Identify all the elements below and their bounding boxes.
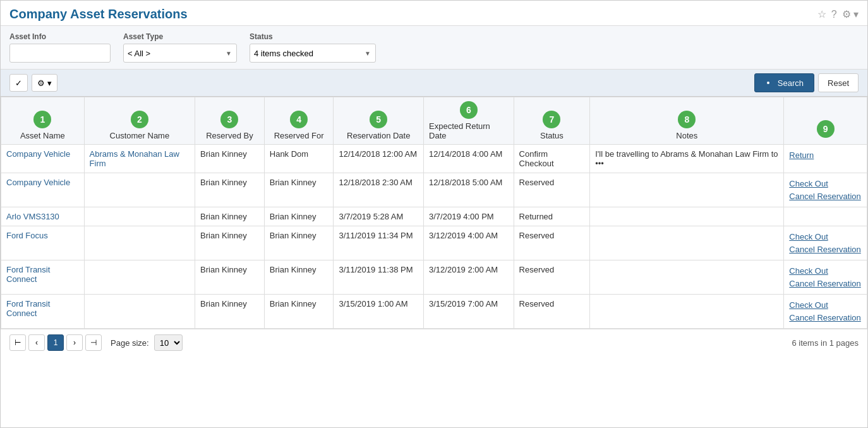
prev-page-button[interactable]: ‹: [28, 334, 45, 351]
pagination-left: ⊢ ‹ 1 › ⊣ Page size: 10 25 50: [9, 334, 183, 351]
col-header-4: 4 Reserved For: [264, 97, 334, 145]
table-row: Ford Transit ConnectBrian KinneyBrian Ki…: [1, 260, 867, 295]
asset-type-field: Asset Type < All >: [123, 32, 237, 63]
status-select-wrapper: 4 items checked: [250, 44, 376, 63]
expected-return-cell: 3/15/2019 7:00 AM: [424, 295, 514, 329]
reserved-by-cell: Brian Kinney: [195, 173, 265, 207]
customer-name-cell: [84, 226, 195, 260]
reserved-for-cell: Brian Kinney: [264, 173, 334, 207]
status-field: Status 4 items checked: [250, 32, 376, 63]
status-select[interactable]: 4 items checked: [250, 44, 376, 63]
star-icon[interactable]: ☆: [817, 8, 826, 20]
customer-name-cell: [84, 173, 195, 207]
reservations-table: 1 Asset Name 2 Customer Name 3 Res: [1, 97, 867, 329]
asset-type-select[interactable]: < All >: [123, 44, 237, 63]
col-num-3: 3: [220, 111, 238, 128]
page-size-select[interactable]: 10 25 50: [154, 334, 183, 351]
status-cell: Returned: [514, 207, 590, 226]
status-cell: Reserved: [514, 226, 590, 260]
toolbar-row: ✓ ⚙ ▾ Search Reset: [1, 70, 867, 97]
asset-info-input[interactable]: [9, 44, 111, 63]
reserved-for-cell: Hank Dom: [264, 145, 334, 173]
col-num-4: 4: [290, 111, 308, 128]
asset-name-cell[interactable]: Company Vehicle: [1, 173, 85, 207]
col-label-4: Reserved For: [274, 131, 324, 140]
return-link[interactable]: Return: [789, 149, 862, 162]
reserved-for-cell: Brian Kinney: [264, 226, 334, 260]
filter-row: Asset Info Asset Type < All > Status 4 i…: [9, 32, 859, 63]
col-header-6: 6 Expected Return Date: [424, 97, 514, 145]
page-1-button[interactable]: 1: [47, 334, 64, 351]
table-row: Ford Transit ConnectBrian KinneyBrian Ki…: [1, 295, 867, 329]
cancel-reservation-link[interactable]: Cancel Reservation: [789, 243, 862, 256]
notes-cell: I'll be travelling to Abrams & Monahan L…: [590, 145, 784, 173]
first-page-button[interactable]: ⊢: [9, 334, 26, 351]
check-out-link[interactable]: Check Out: [789, 265, 862, 278]
reservation-date-cell: 3/11/2019 11:38 PM: [334, 260, 424, 295]
page-header: Company Asset Reservations ☆ ? ⚙ ▾: [1, 1, 867, 26]
check-all-button[interactable]: ✓: [9, 74, 28, 92]
notes-cell: [590, 207, 784, 226]
status-cell: Reserved: [514, 260, 590, 295]
cancel-reservation-link[interactable]: Cancel Reservation: [789, 312, 862, 324]
customer-name-cell[interactable]: Abrams & Monahan Law Firm: [84, 145, 195, 173]
page-size-label: Page size:: [111, 338, 149, 348]
col-label-3: Reserved By: [206, 131, 253, 140]
expected-return-cell: 12/18/2018 5:00 AM: [424, 173, 514, 207]
check-out-link[interactable]: Check Out: [789, 178, 862, 190]
table-row: Company VehicleBrian KinneyBrian Kinney1…: [1, 173, 867, 207]
col-num-7: 7: [543, 111, 560, 128]
reset-button[interactable]: Reset: [818, 73, 859, 92]
dropdown-icon: ▾: [47, 78, 52, 88]
actions-cell: Check OutCancel Reservation: [784, 226, 867, 260]
settings-btn[interactable]: ⚙ ▾: [32, 74, 57, 92]
asset-name-cell[interactable]: Ford Transit Connect: [1, 260, 85, 295]
pagination-summary: 6 items in 1 pages: [792, 338, 859, 348]
table-header-row: 1 Asset Name 2 Customer Name 3 Res: [1, 97, 867, 145]
asset-info-label: Asset Info: [9, 32, 111, 41]
asset-name-cell[interactable]: Ford Transit Connect: [1, 295, 85, 329]
reservation-date-cell: 12/18/2018 2:30 AM: [334, 173, 424, 207]
checkmark-icon: ✓: [15, 78, 22, 88]
filter-bar: Asset Info Asset Type < All > Status 4 i…: [1, 26, 867, 70]
col-label-5: Reservation Date: [347, 131, 410, 140]
reserved-for-cell: Brian Kinney: [264, 207, 334, 226]
next-page-button[interactable]: ›: [66, 334, 83, 351]
last-page-button[interactable]: ⊣: [85, 334, 102, 351]
search-button[interactable]: Search: [754, 73, 814, 92]
notes-cell: [590, 226, 784, 260]
expected-return-cell: 3/12/2019 4:00 AM: [424, 226, 514, 260]
reserved-by-cell: Brian Kinney: [195, 145, 265, 173]
table-row: Ford FocusBrian KinneyBrian Kinney3/11/2…: [1, 226, 867, 260]
header-icons: ☆ ? ⚙ ▾: [817, 8, 859, 20]
reservation-date-cell: 12/14/2018 12:00 AM: [334, 145, 424, 173]
reserved-by-cell: Brian Kinney: [195, 226, 265, 260]
col-header-7: 7 Status: [514, 97, 590, 145]
asset-name-cell[interactable]: Ford Focus: [1, 226, 85, 260]
status-label: Status: [250, 32, 376, 41]
check-out-link[interactable]: Check Out: [789, 299, 862, 312]
check-out-link[interactable]: Check Out: [789, 231, 862, 243]
settings-icon[interactable]: ⚙ ▾: [842, 8, 859, 20]
status-cell: Confirm Checkout: [514, 145, 590, 173]
reserved-for-cell: Brian Kinney: [264, 260, 334, 295]
table-wrapper: 1 Asset Name 2 Customer Name 3 Res: [1, 97, 867, 329]
col-num-9: 9: [817, 120, 835, 138]
asset-name-cell[interactable]: Arlo VMS3130: [1, 207, 85, 226]
actions-cell: Check OutCancel Reservation: [784, 295, 867, 329]
table-body: Company VehicleAbrams & Monahan Law Firm…: [1, 145, 867, 329]
expected-return-cell: 12/14/2018 4:00 AM: [424, 145, 514, 173]
col-label-7: Status: [540, 131, 564, 140]
help-icon[interactable]: ?: [831, 9, 837, 20]
col-header-1: 1 Asset Name: [1, 97, 85, 145]
col-num-2: 2: [131, 111, 148, 128]
reservation-date-cell: 3/15/2019 1:00 AM: [334, 295, 424, 329]
cancel-reservation-link[interactable]: Cancel Reservation: [789, 278, 862, 290]
asset-name-cell[interactable]: Company Vehicle: [1, 145, 85, 173]
toolbar-right: Search Reset: [754, 73, 859, 92]
asset-type-label: Asset Type: [123, 32, 237, 41]
cancel-reservation-link[interactable]: Cancel Reservation: [789, 190, 862, 203]
col-label-8: Notes: [676, 131, 697, 140]
status-cell: Reserved: [514, 295, 590, 329]
status-cell: Reserved: [514, 173, 590, 207]
